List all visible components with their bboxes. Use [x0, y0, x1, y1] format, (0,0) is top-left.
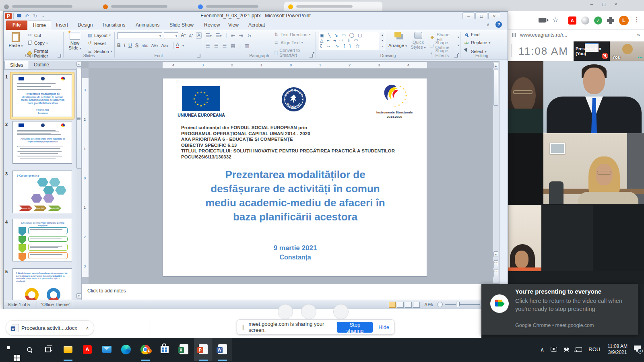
browser-close-button[interactable]: × [610, 1, 622, 7]
tab-acrobat[interactable]: Acrobat [244, 21, 270, 30]
normal-view-button[interactable] [389, 302, 396, 308]
camera-icon[interactable] [539, 18, 546, 23]
scroll-down-button[interactable]: ▼ [76, 293, 81, 298]
align-left-button[interactable]: ☰ [206, 43, 210, 49]
zoom-out-button[interactable]: – [437, 302, 443, 307]
font-color-caret-icon[interactable]: ▾ [182, 44, 184, 47]
strikethrough-button[interactable]: abc [142, 43, 148, 48]
bookmarks-overflow-icon[interactable]: » [637, 32, 640, 38]
drawing-dialog-launcher[interactable] [454, 54, 458, 58]
paste-button[interactable]: Paste ▾ [7, 32, 25, 48]
zoom-percent[interactable]: 70% [424, 302, 433, 307]
line-spacing-button[interactable]: ↕▾ [247, 33, 251, 38]
check-extension-icon[interactable]: ✓ [594, 16, 602, 25]
tab-file[interactable]: File [6, 21, 27, 30]
bookmark-star-icon[interactable]: ☆ [552, 16, 558, 24]
taskbar-search-button[interactable] [20, 338, 39, 361]
browser-restore-button[interactable]: □ [598, 1, 610, 7]
reset-button[interactable]: ↺Reset [87, 41, 106, 46]
participant-tile-blonde-woman[interactable] [543, 133, 644, 204]
tab-view[interactable]: View [223, 21, 244, 30]
font-size-combo[interactable]: ▾ [164, 32, 178, 39]
participant-tile-camera-off[interactable] [593, 205, 644, 271]
tab-animations[interactable]: Animations [131, 21, 164, 30]
slide-thumbnail-1[interactable]: Prezentarea modalităților de desfășurare… [12, 74, 72, 117]
drag-handle-icon[interactable]: ∥ [242, 324, 245, 330]
tab-home[interactable]: Home [28, 21, 51, 30]
browser-tab-active[interactable] [284, 2, 382, 11]
thumbnail-1-selected-frame[interactable]: Prezentarea modalităților de desfășurare… [10, 72, 74, 119]
text-shadow-button[interactable]: S [135, 43, 138, 48]
scrollbar-thumb[interactable] [493, 70, 498, 106]
meet-control-button[interactable] [333, 304, 349, 319]
shapes-gallery-scroll[interactable]: ▲▼⩛ [380, 32, 385, 50]
screen-record-icon[interactable] [551, 346, 557, 353]
bold-button[interactable]: B [117, 43, 121, 48]
adobe-extension-icon[interactable]: A [568, 16, 576, 25]
browser-menu-kebab-icon[interactable]: ⋮ [634, 16, 640, 23]
justify-button[interactable]: ▤ [231, 43, 235, 49]
tab-transitions[interactable]: Transitions [97, 21, 130, 30]
new-slide-button[interactable]: ★ New Slide ▾ [65, 32, 85, 50]
hide-button[interactable]: Hide [378, 324, 389, 330]
participant-tile-camera-off[interactable] [541, 205, 593, 271]
font-dialog-launcher[interactable] [197, 54, 200, 58]
minimize-button[interactable]: – [462, 12, 475, 19]
start-button[interactable] [1, 338, 19, 361]
download-chip[interactable]: W Procedura activit....docx ∧ [6, 320, 94, 335]
taskbar-chrome[interactable]: L [136, 338, 155, 361]
text-direction-button[interactable]: ⇅Text Direction▾ [273, 32, 311, 37]
meet-control-button[interactable] [278, 304, 293, 319]
tab-insert[interactable]: Insert [51, 21, 73, 30]
action-center-button[interactable]: 3 [634, 346, 641, 353]
notes-pane[interactable]: Click to add notes [82, 284, 500, 300]
maximize-button[interactable]: □ [475, 12, 487, 19]
numbering-button[interactable]: ☰▾ [216, 33, 222, 38]
taskbar-edge[interactable] [117, 338, 135, 361]
meet-control-button[interactable] [301, 304, 316, 319]
character-spacing-button[interactable]: AV▾ [151, 43, 158, 48]
clear-formatting-button[interactable]: A [196, 32, 202, 39]
participant-tile-camera-off[interactable] [508, 133, 543, 204]
zoom-slider-track[interactable] [445, 304, 480, 305]
download-chevron-up-icon[interactable]: ∧ [86, 325, 89, 331]
slide-thumbnail-2[interactable]: Activități de colaborare între facultate… [12, 121, 72, 164]
taskbar-file-explorer[interactable] [59, 338, 77, 361]
cut-button[interactable]: ✂Cut [27, 33, 41, 38]
grow-font-button[interactable]: A▴ [181, 32, 186, 38]
increase-indent-button[interactable]: ⇥ [239, 33, 243, 38]
change-case-button[interactable]: Aa▾ [161, 43, 168, 48]
scroll-down-button[interactable]: ▼ [493, 251, 498, 257]
reading-view-button[interactable] [405, 302, 412, 308]
dropbox-icon[interactable] [564, 346, 569, 353]
extension-icon[interactable] [581, 16, 589, 25]
shrink-font-button[interactable]: A▾ [189, 33, 193, 38]
participant-tile-man-suit[interactable] [543, 61, 644, 133]
taskbar-word[interactable]: W [213, 338, 232, 361]
browser-minimize-button[interactable]: – [586, 1, 598, 7]
language-indicator[interactable]: ROU [588, 346, 600, 352]
scroll-up-button[interactable]: ▲ [493, 63, 498, 68]
help-icon[interactable]: ? [495, 21, 502, 28]
tab-review[interactable]: Review [199, 21, 225, 30]
task-view-button[interactable] [39, 338, 57, 361]
slide-sorter-view-button[interactable] [397, 302, 404, 308]
bookmark-item[interactable]: www.eeagrants.ro/r... [520, 32, 567, 38]
next-slide-button[interactable]: ▼▼ [493, 269, 498, 277]
clipboard-dialog-launcher[interactable] [58, 54, 61, 58]
zoom-slider-thumb[interactable] [456, 302, 460, 307]
decrease-indent-button[interactable]: ⇤ [231, 33, 235, 38]
stop-sharing-button[interactable]: Stop sharing [337, 322, 373, 333]
slide-canvas[interactable]: ★ ★ ★ ★ ★ ★ ★ ★ ★ ★ ★ ★ UNIUNEA EUROPEAN [163, 78, 427, 277]
network-icon[interactable] [576, 346, 582, 353]
replace-button[interactable]: abReplace▾ [464, 40, 490, 45]
browser-tab[interactable] [99, 2, 192, 11]
arrange-button[interactable]: Arrange ▾ [388, 32, 408, 48]
shapes-gallery[interactable]: ▣ ╲ ↘ ▭ ◯ ▢ △ ⌐ ¬ ⇨ ⇩ ◠ ζ ～ ∿ { } ☆ [318, 32, 379, 50]
presenting-notification[interactable]: You're presenting to everyone Click here… [481, 284, 638, 335]
underline-button[interactable]: U [128, 43, 132, 48]
find-button[interactable]: Find [464, 32, 479, 37]
taskbar-excel[interactable]: X [175, 338, 193, 361]
you-self-tile[interactable]: You ••• [610, 41, 644, 61]
taskbar-acrobat[interactable]: A [78, 338, 97, 361]
